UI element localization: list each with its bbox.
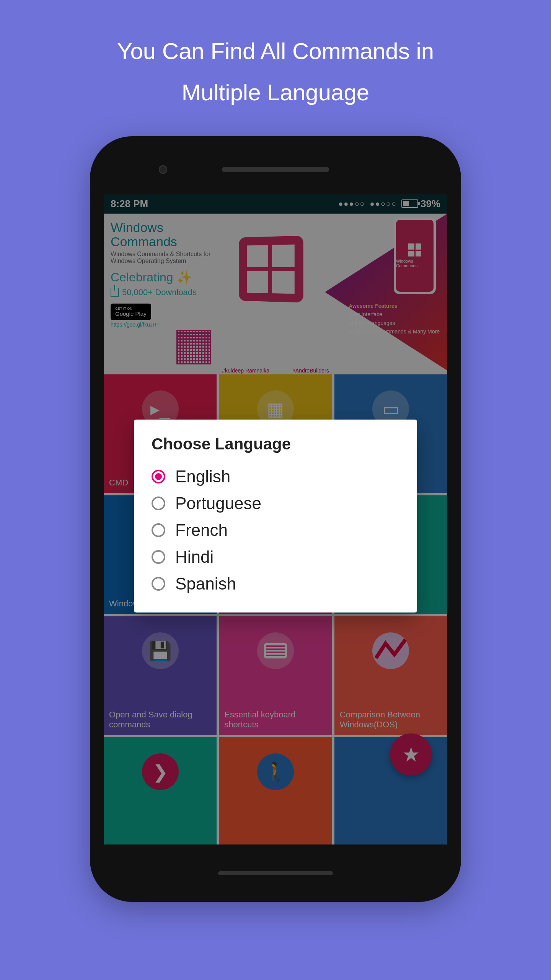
speaker-grill-icon <box>222 167 329 172</box>
radio-icon <box>152 497 165 510</box>
language-dialog: Choose Language English Portuguese Frenc… <box>134 420 417 612</box>
radio-icon <box>152 523 165 537</box>
lang-option-hindi[interactable]: Hindi <box>152 544 399 570</box>
option-label: English <box>175 467 230 486</box>
lang-option-french[interactable]: French <box>152 517 399 544</box>
front-camera-icon <box>159 165 167 174</box>
lang-option-portuguese[interactable]: Portuguese <box>152 490 399 517</box>
promo-line2: Multiple Language <box>182 80 369 105</box>
app-screen: 8:28 PM ●●●○○ ●●○○○ 39% Windows Commands… <box>104 194 447 844</box>
phone-frame: 8:28 PM ●●●○○ ●●○○○ 39% Windows Commands… <box>90 136 461 902</box>
lang-option-english[interactable]: English <box>152 463 399 490</box>
lang-option-spanish[interactable]: Spanish <box>152 570 399 597</box>
option-label: Hindi <box>175 547 214 567</box>
radio-icon <box>152 550 165 564</box>
option-label: Portuguese <box>175 494 261 513</box>
option-label: Spanish <box>175 574 236 593</box>
home-indicator-icon <box>218 871 333 875</box>
option-label: French <box>175 521 228 540</box>
radio-icon <box>152 577 165 591</box>
promo-line1: You Can Find All Commands in <box>117 38 434 64</box>
dialog-title: Choose Language <box>152 435 399 453</box>
promo-title: You Can Find All Commands in Multiple La… <box>0 0 551 113</box>
radio-selected-icon <box>152 470 165 483</box>
